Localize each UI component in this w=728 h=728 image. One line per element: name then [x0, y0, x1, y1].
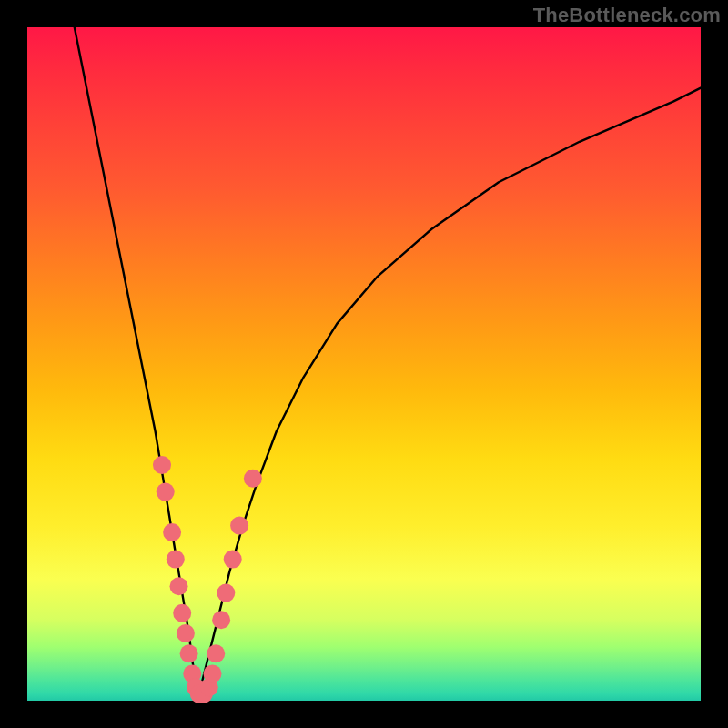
highlight-dot — [180, 644, 198, 662]
highlight-dot — [163, 523, 181, 541]
highlight-dot — [153, 456, 171, 474]
curve-right-branch — [199, 88, 701, 694]
highlight-dot — [224, 551, 242, 569]
highlight-dot — [157, 483, 175, 501]
highlight-dots — [153, 456, 262, 703]
highlight-dot — [177, 624, 195, 642]
chart-overlay — [27, 27, 701, 701]
highlight-dot — [173, 604, 191, 622]
highlight-dot — [170, 577, 188, 595]
bottleneck-curve — [75, 27, 701, 694]
highlight-dot — [207, 644, 225, 662]
highlight-dot — [167, 551, 185, 569]
highlight-dot — [212, 611, 230, 629]
highlight-dot — [217, 584, 235, 602]
highlight-dot — [204, 664, 222, 682]
highlight-dot — [244, 470, 262, 488]
chart-frame: TheBottleneck.com — [0, 0, 728, 728]
watermark-text: TheBottleneck.com — [533, 4, 721, 27]
highlight-dot — [230, 517, 248, 535]
